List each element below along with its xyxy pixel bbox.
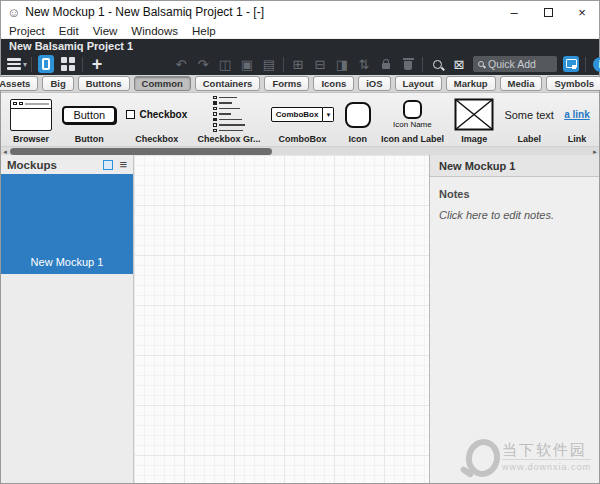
maximize-button[interactable] bbox=[531, 1, 565, 23]
redo-icon: ↷ bbox=[198, 58, 209, 71]
component-palette: Browser Button Button Checkbox Checkbox bbox=[1, 93, 599, 146]
palette-item-checkbox-group[interactable]: Checkbox Gr... bbox=[197, 97, 260, 144]
quick-add-input[interactable] bbox=[488, 58, 552, 70]
mockups-title: Mockups bbox=[7, 159, 57, 171]
tab-ios[interactable]: iOS bbox=[358, 76, 390, 91]
delete-button[interactable] bbox=[400, 55, 416, 73]
magnifier-icon bbox=[433, 60, 442, 69]
tab-big[interactable]: Big bbox=[42, 76, 73, 91]
new-mockup-button[interactable]: + bbox=[89, 55, 105, 73]
zoom-to-fit-button[interactable]: ⊠ bbox=[451, 55, 467, 73]
palette-item-label: Checkbox Gr... bbox=[197, 134, 260, 144]
lock-button[interactable] bbox=[378, 55, 394, 73]
ungroup-icon: ⊟ bbox=[315, 58, 326, 71]
label-preview-text: Some text bbox=[504, 109, 554, 121]
grid-view-button[interactable] bbox=[60, 55, 76, 73]
tab-buttons[interactable]: Buttons bbox=[78, 76, 130, 91]
palette-item-combobox[interactable]: ComboBox ▼ ComboBox bbox=[271, 97, 335, 144]
plus-icon: + bbox=[92, 55, 103, 73]
palette-item-checkbox[interactable]: Checkbox Checkbox bbox=[126, 97, 187, 144]
notes-edit-area[interactable]: Click here to edit notes. bbox=[430, 200, 599, 221]
palette-item-link[interactable]: a link Link bbox=[564, 97, 590, 144]
tab-forms[interactable]: Forms bbox=[264, 76, 309, 91]
palette-item-label[interactable]: Some text Label bbox=[504, 97, 554, 144]
menu-windows[interactable]: Windows bbox=[131, 25, 178, 37]
application-menu-button[interactable]: ▾ bbox=[9, 55, 25, 73]
combobox-arrow-icon: ▼ bbox=[323, 107, 334, 122]
tab-common[interactable]: Common bbox=[134, 76, 191, 91]
inspector-header: New Mockup 1 bbox=[430, 155, 599, 177]
redo-button[interactable]: ↷ bbox=[195, 55, 211, 73]
thumbnail-view-icon[interactable] bbox=[103, 160, 113, 170]
menu-view[interactable]: View bbox=[93, 25, 118, 37]
clipboard-icon: ▤ bbox=[263, 58, 275, 71]
zoom-button[interactable] bbox=[429, 55, 445, 73]
inspector-toggle-button[interactable]: i bbox=[592, 55, 600, 73]
browser-window-icon bbox=[10, 99, 52, 131]
icon-name-preview-text: Icon Name bbox=[393, 120, 432, 129]
chevron-down-icon: ▾ bbox=[23, 60, 27, 69]
palette-item-icon[interactable]: Icon bbox=[345, 97, 371, 144]
copy-button[interactable]: ◫ bbox=[217, 55, 233, 73]
sidebar-menu-icon[interactable]: ≡ bbox=[119, 158, 127, 171]
checkbox-icon bbox=[126, 110, 135, 119]
single-mockup-view-button[interactable] bbox=[38, 55, 54, 73]
layer-order-button[interactable]: ◨ bbox=[334, 55, 350, 73]
toolbar-icon-row: ▾ + ↶ ↷ ◫ ▣ ▤ ⊞ ⊟ ◨ ⇅ ⊠ bbox=[9, 53, 593, 75]
window-title: New Mockup 1 - New Balsamiq Project 1 - … bbox=[25, 5, 264, 19]
tab-symbols[interactable]: Symbols bbox=[546, 76, 600, 91]
close-button[interactable]: × bbox=[565, 1, 599, 23]
palette-item-label: Icon bbox=[348, 134, 367, 144]
scroll-right-arrow[interactable]: ► bbox=[591, 147, 599, 156]
divider bbox=[82, 57, 83, 72]
align-button[interactable]: ⇅ bbox=[356, 55, 372, 73]
palette-item-image[interactable]: Image bbox=[454, 97, 494, 144]
tab-media[interactable]: Media bbox=[500, 76, 543, 91]
tab-layout[interactable]: Layout bbox=[395, 76, 442, 91]
palette-item-button[interactable]: Button Button bbox=[62, 97, 116, 144]
palette-item-label: ComboBox bbox=[279, 134, 327, 144]
trash-icon bbox=[404, 61, 412, 70]
minimize-button[interactable]: – bbox=[497, 1, 531, 23]
palette-scrollbar[interactable]: ◄ ► bbox=[1, 146, 599, 155]
layers-icon: ◨ bbox=[336, 58, 348, 71]
divider bbox=[585, 57, 586, 72]
app-smiley-icon: ☺ bbox=[7, 6, 20, 19]
undo-button[interactable]: ↶ bbox=[173, 55, 189, 73]
align-icon: ⇅ bbox=[359, 58, 370, 71]
button-preview: Button bbox=[62, 106, 116, 124]
divider bbox=[283, 57, 284, 72]
menubar: Project Edit View Windows Help bbox=[1, 23, 599, 39]
tab-icons[interactable]: Icons bbox=[313, 76, 354, 91]
ui-library-toggle-button[interactable] bbox=[563, 55, 579, 73]
category-tabrow: All Assets Big Buttons Common Containers… bbox=[1, 75, 599, 93]
ungroup-button[interactable]: ⊟ bbox=[312, 55, 328, 73]
scroll-left-arrow[interactable]: ◄ bbox=[1, 147, 9, 156]
duplicate-button[interactable]: ▣ bbox=[239, 55, 255, 73]
palette-item-label: Link bbox=[568, 134, 587, 144]
rounded-square-icon bbox=[345, 102, 371, 128]
tab-markup[interactable]: Markup bbox=[446, 76, 496, 91]
tab-assets[interactable]: Assets bbox=[0, 76, 38, 91]
menu-project[interactable]: Project bbox=[9, 25, 45, 37]
palette-item-icon-and-label[interactable]: Icon Name Icon and Label bbox=[381, 97, 444, 144]
palette-item-label: Image bbox=[461, 134, 487, 144]
group-button[interactable]: ⊞ bbox=[290, 55, 306, 73]
menu-edit[interactable]: Edit bbox=[59, 25, 79, 37]
mockup-canvas[interactable] bbox=[134, 155, 429, 483]
maximize-icon bbox=[544, 8, 553, 17]
tab-containers[interactable]: Containers bbox=[195, 76, 261, 91]
image-placeholder-icon bbox=[454, 98, 494, 131]
window-controls: – × bbox=[497, 1, 599, 23]
copy-icon: ◫ bbox=[219, 58, 231, 71]
mockups-sidebar: Mockups ≡ New Mockup 1 bbox=[1, 155, 134, 483]
hamburger-icon bbox=[7, 58, 21, 70]
main-toolbar: New Balsamiq Project 1 ▾ + ↶ ↷ ◫ ▣ ▤ ⊞ ⊟… bbox=[1, 39, 599, 75]
scrollbar-thumb[interactable] bbox=[10, 148, 272, 155]
palette-item-browser[interactable]: Browser bbox=[10, 97, 52, 144]
menu-help[interactable]: Help bbox=[192, 25, 216, 37]
search-icon bbox=[478, 61, 484, 67]
paste-button[interactable]: ▤ bbox=[261, 55, 277, 73]
palette-item-label: Icon and Label bbox=[381, 134, 444, 144]
mockup-thumbnail-selected[interactable]: New Mockup 1 bbox=[1, 174, 133, 274]
